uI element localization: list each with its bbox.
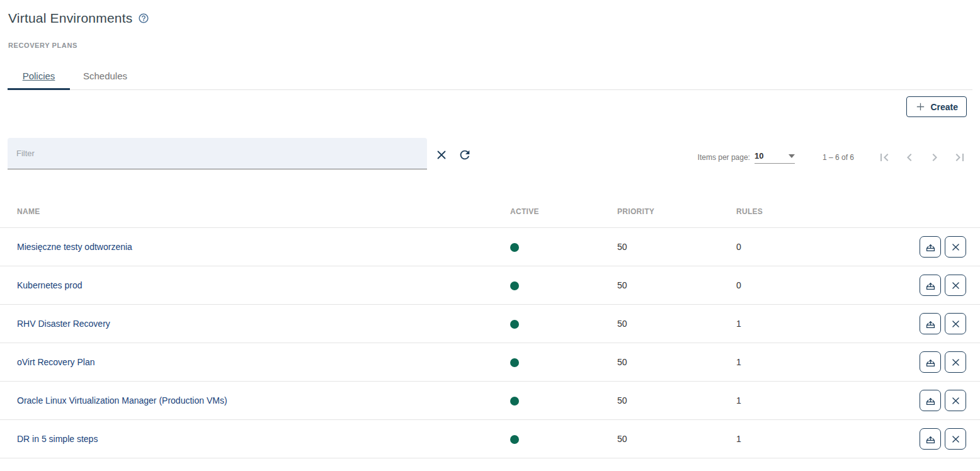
help-icon xyxy=(138,13,149,24)
priority-value: 50 xyxy=(610,242,729,252)
column-header-active: ACTIVE xyxy=(503,207,610,216)
active-status-dot xyxy=(510,320,519,329)
clear-filter-icon xyxy=(436,149,447,161)
priority-value: 50 xyxy=(610,280,729,290)
tab-schedules[interactable]: Schedules xyxy=(70,62,140,89)
delete-button[interactable] xyxy=(945,351,966,373)
items-per-page-value: 10 xyxy=(755,151,763,161)
delete-icon xyxy=(951,319,960,329)
pagination-nav xyxy=(872,149,972,166)
active-status-dot xyxy=(510,397,519,406)
tab-policies-label: Policies xyxy=(23,71,55,81)
restore-icon xyxy=(925,433,937,445)
policy-name-link[interactable]: Kubernetes prod xyxy=(17,280,83,290)
restore-icon xyxy=(925,241,937,253)
last-page-button[interactable] xyxy=(947,149,972,166)
table-row[interactable]: Miesięczne testy odtworzenia 50 0 xyxy=(0,228,980,266)
section-label: RECOVERY PLANS xyxy=(8,42,980,49)
delete-button[interactable] xyxy=(945,275,966,296)
clear-filter-button[interactable] xyxy=(436,149,447,161)
restore-button[interactable] xyxy=(920,275,941,296)
delete-icon xyxy=(951,434,960,444)
restore-button[interactable] xyxy=(920,351,941,373)
column-header-name: NAME xyxy=(0,207,503,216)
restore-icon xyxy=(925,395,937,407)
restore-button[interactable] xyxy=(920,236,941,258)
delete-button[interactable] xyxy=(945,313,966,334)
table-header: NAME ACTIVE PRIORITY RULES xyxy=(0,195,980,228)
table-row[interactable]: oVirt Recovery Plan 50 1 xyxy=(0,343,980,382)
items-per-page-select[interactable]: 10 xyxy=(755,151,795,164)
active-status-dot xyxy=(510,358,519,367)
filter-input[interactable] xyxy=(8,138,427,169)
filter-toolbar: Items per page: 10 1 – 6 of 6 xyxy=(8,138,972,169)
page-range-label: 1 – 6 of 6 xyxy=(823,153,854,162)
rules-value: 1 xyxy=(729,319,848,329)
paginator: Items per page: 10 1 – 6 of 6 xyxy=(698,149,972,169)
table-row[interactable]: Oracle Linux Virtualization Manager (Pro… xyxy=(0,382,980,420)
restore-icon xyxy=(925,318,937,330)
delete-icon xyxy=(951,396,960,406)
priority-value: 50 xyxy=(610,395,729,406)
policy-name-link[interactable]: DR in 5 simple steps xyxy=(17,434,98,444)
plus-icon xyxy=(915,101,926,112)
tab-policies[interactable]: Policies xyxy=(8,62,70,89)
rules-value: 0 xyxy=(729,242,848,252)
rules-value: 1 xyxy=(729,395,848,406)
column-header-rules: RULES xyxy=(729,207,848,216)
refresh-icon xyxy=(458,148,472,162)
delete-icon xyxy=(951,358,960,367)
toolbar: Create xyxy=(0,90,980,117)
table-row[interactable]: RHV Disaster Recovery 50 1 xyxy=(0,305,980,343)
caret-down-icon xyxy=(789,154,795,158)
delete-button[interactable] xyxy=(945,390,966,411)
prev-page-button[interactable] xyxy=(897,149,922,166)
rules-value: 1 xyxy=(729,434,848,444)
policy-name-link[interactable]: Oracle Linux Virtualization Manager (Pro… xyxy=(17,395,227,406)
priority-value: 50 xyxy=(610,357,729,367)
next-page-button[interactable] xyxy=(922,149,947,166)
page-header: Virtual Environments xyxy=(0,0,980,26)
restore-icon xyxy=(925,356,937,368)
tab-schedules-label: Schedules xyxy=(83,71,127,81)
policy-name-link[interactable]: RHV Disaster Recovery xyxy=(17,319,110,329)
first-page-button[interactable] xyxy=(872,149,897,166)
active-status-dot xyxy=(510,243,519,252)
create-button-label: Create xyxy=(930,102,958,112)
table-row[interactable]: Kubernetes prod 50 0 xyxy=(0,266,980,305)
restore-icon xyxy=(925,280,937,292)
priority-value: 50 xyxy=(610,319,729,329)
delete-icon xyxy=(951,281,960,290)
refresh-button[interactable] xyxy=(458,148,472,162)
active-status-dot xyxy=(510,281,519,290)
create-button[interactable]: Create xyxy=(906,96,967,117)
last-page-icon xyxy=(952,150,967,165)
rules-value: 0 xyxy=(729,280,848,290)
page-title: Virtual Environments xyxy=(8,11,132,26)
delete-button[interactable] xyxy=(945,428,966,450)
rules-value: 1 xyxy=(729,357,848,367)
policy-name-link[interactable]: oVirt Recovery Plan xyxy=(17,357,94,367)
priority-value: 50 xyxy=(610,434,729,444)
delete-icon xyxy=(951,242,960,252)
restore-button[interactable] xyxy=(920,313,941,334)
table-row[interactable]: DR in 5 simple steps 50 1 xyxy=(0,420,980,458)
restore-button[interactable] xyxy=(920,428,941,450)
help-button[interactable] xyxy=(138,13,149,24)
items-per-page-label: Items per page: xyxy=(698,153,750,162)
column-header-priority: PRIORITY xyxy=(610,207,729,216)
first-page-icon xyxy=(877,150,892,165)
active-status-dot xyxy=(510,435,519,444)
delete-button[interactable] xyxy=(945,236,966,258)
restore-button[interactable] xyxy=(920,390,941,411)
next-page-icon xyxy=(927,150,942,165)
tab-bar: Policies Schedules xyxy=(8,62,972,90)
table-body: Miesięczne testy odtworzenia 50 0 xyxy=(0,228,980,458)
prev-page-icon xyxy=(902,150,917,165)
policy-name-link[interactable]: Miesięczne testy odtworzenia xyxy=(17,242,132,252)
